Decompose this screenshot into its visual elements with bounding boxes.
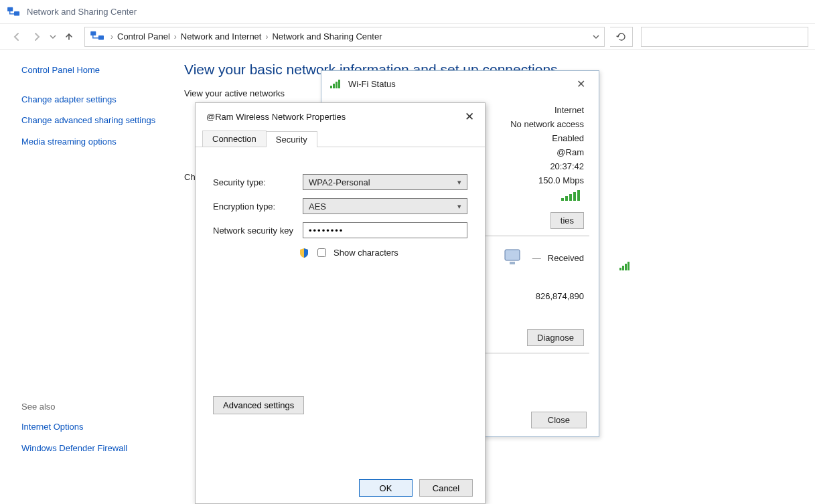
svg-rect-17	[625, 264, 627, 270]
svg-rect-6	[336, 82, 338, 88]
dialog-title: Wi-Fi Status	[348, 79, 396, 89]
security-type-label: Security type:	[213, 177, 303, 187]
svg-rect-7	[338, 80, 340, 88]
see-also-heading: See also	[21, 402, 163, 412]
svg-rect-0	[7, 7, 13, 11]
breadcrumb[interactable]: Control Panel	[117, 31, 170, 41]
svg-rect-12	[577, 190, 580, 201]
tab-connection[interactable]: Connection	[202, 131, 267, 147]
chevron-right-icon: ›	[110, 32, 113, 41]
up-button[interactable]	[59, 27, 79, 47]
svg-rect-8	[561, 198, 564, 201]
encryption-type-label: Encryption type:	[213, 201, 303, 212]
window-title: Network and Sharing Center	[27, 7, 137, 17]
activity-received-label: Received	[548, 253, 584, 263]
sidebar-link[interactable]: Change advanced sharing settings	[21, 114, 163, 127]
window-header: Network and Sharing Center	[0, 0, 815, 24]
chevron-down-icon: ▾	[457, 178, 461, 187]
status-value: No network access	[484, 119, 584, 129]
forward-button[interactable]	[27, 27, 47, 47]
address-bar[interactable]: › Control Panel › Network and Internet ›…	[84, 27, 605, 47]
status-value: 20:37:42	[484, 161, 584, 171]
svg-rect-13	[505, 250, 520, 260]
svg-rect-9	[565, 196, 568, 201]
search-input[interactable]	[641, 27, 808, 47]
svg-rect-4	[330, 86, 332, 88]
wifi-signal-icon	[560, 189, 584, 201]
sidebar: Control Panel Home Change adapter settin…	[0, 50, 171, 504]
sidebar-link[interactable]: Windows Defender Firewall	[21, 442, 163, 454]
refresh-button[interactable]	[610, 27, 633, 47]
computer-icon	[503, 248, 526, 267]
sidebar-link[interactable]: Media streaming options	[21, 136, 163, 148]
security-type-select[interactable]: WPA2-Personal ▾	[303, 174, 467, 190]
chevron-right-icon: ›	[174, 32, 177, 41]
svg-rect-16	[622, 266, 624, 270]
recent-locations-button[interactable]	[47, 27, 59, 47]
cancel-button[interactable]: Cancel	[419, 479, 473, 497]
wifi-signal-icon	[619, 260, 636, 271]
network-properties-dialog: @Ram Wireless Network Properties ✕ Conne…	[195, 102, 486, 504]
shield-icon	[299, 248, 309, 258]
svg-rect-18	[627, 262, 629, 270]
sidebar-link[interactable]: Change adapter settings	[21, 94, 163, 106]
activity-received-value: 826,874,890	[536, 291, 584, 301]
status-value: Enabled	[484, 133, 584, 143]
chevron-right-icon: ›	[265, 32, 268, 41]
chevron-down-icon: ▾	[457, 202, 461, 211]
svg-rect-15	[619, 268, 621, 270]
svg-rect-2	[90, 31, 96, 35]
breadcrumb[interactable]: Network and Internet	[181, 31, 262, 41]
address-dropdown-icon[interactable]	[592, 33, 600, 41]
dialog-title: @Ram Wireless Network Properties	[206, 112, 346, 122]
select-value: AES	[309, 201, 326, 212]
svg-rect-14	[510, 262, 515, 264]
advanced-settings-button[interactable]: Advanced settings	[213, 396, 304, 414]
diagnose-button[interactable]: Diagnose	[527, 329, 584, 346]
network-key-input[interactable]	[303, 222, 467, 238]
svg-rect-10	[569, 194, 572, 201]
control-panel-home-link[interactable]: Control Panel Home	[21, 64, 163, 76]
status-value: 150.0 Mbps	[484, 175, 584, 185]
breadcrumb[interactable]: Network and Sharing Center	[272, 31, 382, 41]
ok-button[interactable]: OK	[359, 479, 413, 497]
close-button[interactable]: ✕	[571, 78, 591, 90]
svg-rect-11	[573, 192, 576, 201]
close-button[interactable]: ✕	[465, 110, 474, 124]
network-center-icon	[89, 30, 106, 44]
back-button[interactable]	[7, 27, 27, 47]
network-center-icon	[7, 6, 20, 18]
svg-rect-5	[333, 84, 335, 88]
network-key-label: Network security key	[213, 226, 303, 236]
select-value: WPA2-Personal	[309, 177, 370, 187]
show-characters-label: Show characters	[334, 248, 398, 258]
tab-bar: Connection Security	[196, 130, 485, 147]
dialog-titlebar[interactable]: Wi-Fi Status ✕	[321, 71, 599, 96]
wifi-signal-icon	[329, 78, 343, 89]
nav-bar: › Control Panel › Network and Internet ›…	[0, 24, 815, 50]
status-value: @Ram	[484, 147, 584, 157]
wireless-properties-button[interactable]: ties	[550, 212, 584, 229]
status-value: Internet	[484, 105, 584, 115]
sidebar-link[interactable]: Internet Options	[21, 421, 163, 433]
dialog-titlebar[interactable]: @Ram Wireless Network Properties ✕	[196, 103, 485, 130]
show-characters-checkbox[interactable]	[317, 248, 326, 257]
tab-security[interactable]: Security	[266, 131, 317, 147]
encryption-type-select[interactable]: AES ▾	[303, 198, 467, 214]
close-button[interactable]: Close	[531, 412, 587, 428]
